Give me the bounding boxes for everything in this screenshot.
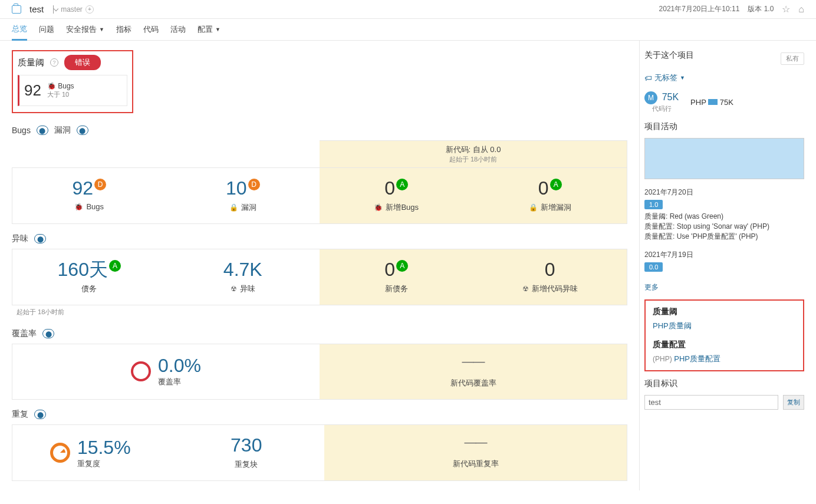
- vuln-metric[interactable]: 10D 🔒漏洞: [166, 168, 320, 223]
- dup-metric-label: 重复度: [77, 459, 131, 469]
- topbar-right: 2021年7月20日上午10:11 版本 1.0 ☆ ⌂: [659, 4, 804, 15]
- new-coverage-label: 新代码覆盖率: [450, 378, 496, 388]
- smells-box: 160天A 债务 4.7K ☢异味 0A 新债务 0 ☢新增代码异味: [12, 249, 627, 305]
- more-activity-link[interactable]: 更多: [644, 283, 659, 291]
- lang-name: PHP: [690, 98, 706, 107]
- link-icon[interactable]: ⬤: [37, 126, 48, 135]
- coverage-ring-icon: [131, 361, 151, 381]
- dup-header: 重复 ⬤: [12, 409, 627, 420]
- chevron-down-icon: ▼: [680, 75, 685, 81]
- debt-rating: A: [109, 260, 121, 272]
- size-badge: M: [644, 91, 657, 104]
- quality-gate-condition[interactable]: 92 🐞 Bugs 大于 10: [18, 75, 127, 106]
- link-icon[interactable]: ⬤: [34, 234, 46, 243]
- qp-lang: (PHP): [653, 355, 672, 363]
- smells-metric-label: 异味: [240, 284, 255, 294]
- bugs-label: Bugs: [12, 126, 31, 135]
- nav-tabs: 总览 问题 安全报告▼ 指标 代码 活动 配置▼: [0, 19, 816, 41]
- lang-bar: [708, 99, 718, 105]
- new-debt-label: 新债务: [385, 284, 408, 294]
- branch-selector[interactable]: master +: [52, 5, 94, 14]
- new-bugs-metric[interactable]: 0A 🐞新增Bugs: [320, 168, 473, 223]
- new-vuln-rating: A: [550, 179, 562, 190]
- dup-metric[interactable]: 15.5% 重复度: [12, 425, 169, 480]
- debt-metric[interactable]: 160天A 债务: [12, 249, 166, 305]
- activity-title: 项目活动: [644, 121, 804, 132]
- quality-gate-label: 质量阈: [18, 57, 44, 68]
- dup-label: 重复: [12, 409, 28, 420]
- new-bugs-value: 0: [384, 179, 395, 197]
- tag-icon: 🏷: [644, 74, 652, 83]
- bugs-metric[interactable]: 92D 🐞Bugs: [12, 168, 166, 223]
- qp-section-title: 质量配置: [653, 340, 796, 350]
- copy-button[interactable]: 复制: [783, 395, 804, 410]
- about-title: 关于这个项目: [644, 50, 694, 61]
- qg-link[interactable]: PHP质量阈: [653, 321, 692, 330]
- dup-blocks-label: 重复块: [235, 459, 258, 470]
- loc-value[interactable]: 75K: [662, 92, 679, 102]
- link-icon[interactable]: ⬤: [77, 126, 88, 135]
- chevron-down-icon: ▼: [215, 27, 221, 32]
- bugs-metric-label: Bugs: [86, 202, 104, 211]
- tab-security[interactable]: 安全报告▼: [66, 19, 104, 40]
- new-vuln-metric[interactable]: 0A 🔒新增漏洞: [473, 168, 627, 223]
- bugs-rating: D: [94, 179, 106, 190]
- dup-value: 15.5%: [77, 437, 131, 459]
- activity-entry: 2021年7月20日 1.0 质量阈: Red (was Green) 质量配置…: [644, 187, 804, 242]
- lock-icon: 🔒: [229, 203, 238, 212]
- tab-issues[interactable]: 问题: [39, 19, 54, 40]
- new-vuln-label: 新增漏洞: [541, 202, 571, 213]
- new-debt-rating: A: [396, 260, 408, 272]
- debt-label: 债务: [81, 284, 97, 294]
- tab-code[interactable]: 代码: [143, 19, 159, 40]
- help-icon[interactable]: ?: [50, 58, 58, 67]
- no-data-dash: ——: [324, 355, 622, 368]
- coverage-metric[interactable]: 0.0% 覆盖率: [23, 355, 309, 387]
- smells-header: 异味 ⬤: [12, 233, 627, 244]
- no-data-dash: ——: [329, 436, 622, 449]
- favorite-icon[interactable]: ☆: [782, 4, 790, 15]
- qg-section-title: 质量阈: [653, 307, 796, 317]
- tab-config-label: 配置: [198, 24, 213, 35]
- tab-config[interactable]: 配置▼: [198, 19, 221, 40]
- new-coverage-metric[interactable]: —— 新代码覆盖率: [320, 344, 627, 399]
- dup-blocks-metric[interactable]: 730 重复块: [169, 425, 325, 480]
- project-name[interactable]: test: [29, 4, 44, 14]
- activity-date: 2021年7月20日: [644, 187, 804, 197]
- link-icon[interactable]: ⬤: [42, 329, 54, 338]
- add-branch-icon[interactable]: +: [85, 5, 94, 14]
- coverage-metric-label: 覆盖率: [158, 377, 201, 387]
- smell-icon: ☢: [522, 285, 529, 293]
- coverage-box: 0.0% 覆盖率 —— 新代码覆盖率: [12, 344, 627, 400]
- new-vuln-value: 0: [538, 179, 549, 197]
- new-dup-metric[interactable]: —— 新代码重复率: [324, 425, 627, 480]
- quality-gate-status: 错误: [64, 55, 101, 70]
- activity-date: 2021年7月19日: [644, 250, 804, 260]
- coverage-header: 覆盖率 ⬤: [12, 328, 627, 339]
- new-code-title: 新代码: 自从 0.0: [323, 144, 623, 155]
- tab-activity[interactable]: 活动: [170, 19, 186, 40]
- home-icon[interactable]: ⌂: [798, 4, 804, 15]
- new-debt-metric[interactable]: 0A 新债务: [320, 249, 473, 305]
- project-id-input[interactable]: [644, 395, 778, 410]
- dup-ring-icon: [50, 443, 70, 463]
- qg-value: 92: [24, 81, 41, 100]
- tags-link[interactable]: 🏷 无标签 ▼: [644, 73, 804, 83]
- tab-metrics[interactable]: 指标: [116, 19, 131, 40]
- started-note: 起始于 18小时前: [12, 305, 627, 319]
- coverage-label: 覆盖率: [12, 328, 37, 339]
- new-dup-label: 新代码重复率: [453, 459, 499, 469]
- vuln-label: 漏洞: [54, 125, 71, 136]
- new-smells-metric[interactable]: 0 ☢新增代码异味: [473, 249, 627, 305]
- qp-link[interactable]: PHP质量配置: [674, 354, 720, 363]
- new-code-header: 新代码: 自从 0.0 起始于 18小时前: [320, 140, 627, 167]
- new-bugs-rating: A: [396, 179, 408, 190]
- tab-security-label: 安全报告: [66, 24, 97, 35]
- link-icon[interactable]: ⬤: [34, 410, 46, 419]
- bugs-vuln-header: Bugs ⬤ 漏洞 ⬤: [12, 125, 627, 136]
- activity-entry: 2021年7月19日 0.0: [644, 250, 804, 274]
- tab-overview[interactable]: 总览: [12, 19, 27, 41]
- activity-chart[interactable]: [644, 138, 804, 179]
- smells-metric[interactable]: 4.7K ☢异味: [166, 249, 320, 305]
- activity-line: 质量配置: Use 'PHP质量配置' (PHP): [644, 232, 804, 242]
